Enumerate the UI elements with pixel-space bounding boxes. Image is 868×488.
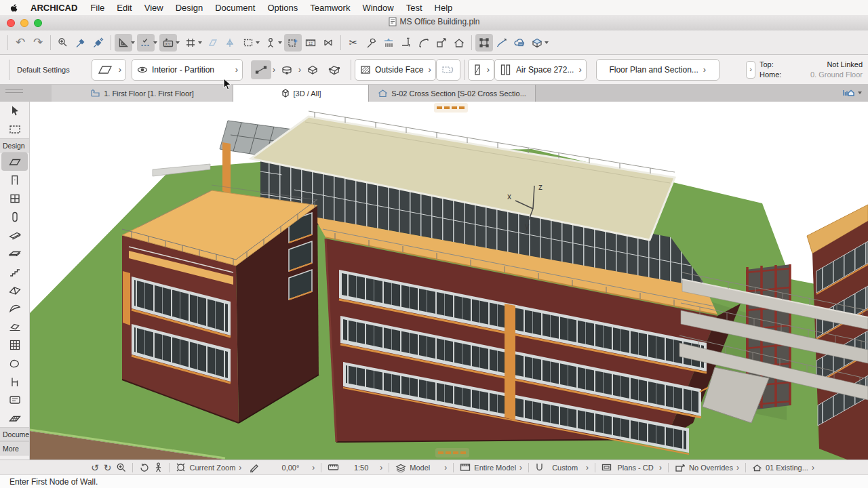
dropdown-caret[interactable] [198,41,202,44]
tool-column[interactable] [0,207,29,226]
reference-line-selector[interactable]: Outside Face › [355,59,436,81]
sketch-button[interactable] [493,34,511,52]
geometry-curved-button[interactable] [277,60,297,79]
scale-selector[interactable]: 1:50 › [328,463,382,472]
virtual-trace-button[interactable] [115,34,132,52]
menu-document[interactable]: Document [209,3,261,13]
tool-roof[interactable] [0,281,29,299]
dropdown-caret[interactable] [278,41,282,44]
tab-overview-button[interactable] [842,87,864,98]
marquee-options-button[interactable] [239,34,257,52]
renovation-filter-selector[interactable]: 01 Existing... › [752,463,814,472]
model-view-selector[interactable]: Model › [395,463,447,472]
stretch-button[interactable] [319,34,337,52]
expand-chevron[interactable]: › [746,61,755,79]
nav-forward-button[interactable]: ↻ [104,463,112,472]
apple-menu[interactable] [9,3,18,12]
snap-grid-button[interactable] [182,34,199,52]
menu-edit[interactable]: Edit [111,3,138,13]
mirror-button[interactable] [222,34,239,52]
view-marker-top[interactable] [434,103,468,113]
tool-arrow[interactable] [0,102,29,120]
measure-button[interactable]: 12 [302,34,319,52]
tab-first-floor[interactable]: 1. First Floor [1. First Floor] [52,85,233,102]
display-option-selector[interactable]: Floor Plan and Section... › [596,59,719,81]
toolbox-section-more[interactable]: More [0,441,29,455]
transform-button[interactable] [475,34,493,52]
3d-scene[interactable]: z x y [30,102,868,460]
tool-zone[interactable] [0,390,29,409]
editing-plane-button[interactable] [284,34,302,52]
menu-window[interactable]: Window [356,3,399,13]
tab-section-s02[interactable]: S-02 Cross Section [S-02 Cross Sectio... [369,85,536,102]
tool-stair[interactable] [0,262,29,281]
viewport-3d[interactable]: z x y [30,102,868,460]
geometry-straight-button[interactable] [251,60,271,79]
adjust-button[interactable] [362,34,380,52]
menu-help[interactable]: Help [429,3,459,13]
wall-default-settings-button[interactable]: › [92,59,126,81]
geometry-box-button[interactable] [302,60,323,79]
intersect-button[interactable] [397,34,415,52]
tool-mesh[interactable] [0,409,29,427]
menu-options[interactable]: Options [261,3,304,13]
filter-elements-selector[interactable]: Entire Model › [460,463,522,472]
composite-selector[interactable]: Air Space 272... › [494,59,587,81]
tool-morph[interactable] [0,354,29,372]
skew-button[interactable] [204,34,222,52]
redo-button[interactable]: ↷ [29,34,47,52]
tool-shell[interactable] [0,299,29,317]
flip-button[interactable] [436,59,460,81]
zoom-in-button[interactable] [116,462,126,472]
window-title[interactable]: MS Office Building.pln [400,17,480,26]
dropdown-caret[interactable] [256,41,260,44]
dropdown-caret[interactable] [545,41,549,44]
orbit-button[interactable] [139,462,149,472]
guide-lines-button[interactable] [137,34,155,52]
partial-structure-selector[interactable]: Custom › [535,462,589,472]
tool-slab[interactable] [0,244,29,262]
find-select-button[interactable] [54,34,72,52]
tool-object[interactable] [0,372,29,390]
tool-beam[interactable] [0,226,29,244]
elevation-button[interactable] [450,34,468,52]
tool-wall[interactable] [1,152,28,171]
dropdown-caret[interactable] [176,41,180,44]
menu-archicad[interactable]: ARCHICAD [24,3,84,13]
tool-marquee[interactable] [0,120,29,138]
bimcloud-button[interactable] [511,34,528,52]
orientation-selector[interactable]: 0,00° › [249,462,315,472]
wall-complexity-selector[interactable]: › [468,59,494,81]
tab-3d-all[interactable]: [3D / All] [233,85,369,102]
menu-file[interactable]: File [84,3,111,13]
dropdown-caret[interactable] [131,41,135,44]
explore-button[interactable] [154,462,163,472]
resize-button[interactable] [433,34,450,52]
home-story-value[interactable]: 0. Ground Floor [810,70,863,80]
toolbox-grip[interactable] [5,87,23,95]
menu-view[interactable]: View [138,3,170,13]
view-marker-bottom[interactable] [435,448,469,458]
undo-button[interactable]: ↶ [12,34,29,52]
pen-set-selector[interactable]: Plans - CD › [601,463,662,472]
nav-back-button[interactable]: ↺ [91,463,99,472]
menu-test[interactable]: Test [400,3,429,13]
dropdown-caret[interactable] [153,41,157,44]
toolbox-section-design[interactable]: Design [0,138,29,152]
align-button[interactable] [380,34,397,52]
tool-skylight[interactable] [0,317,29,336]
tool-curtain-wall[interactable] [0,336,29,354]
chevron-icon[interactable]: › [298,65,301,75]
gravity-button[interactable] [262,34,279,52]
split-button[interactable]: ✂ [344,34,362,52]
fillet-button[interactable] [415,34,433,52]
top-link-value[interactable]: Not Linked [827,60,863,70]
cutaway-3d-button[interactable] [528,34,546,52]
menu-design[interactable]: Design [170,3,209,13]
inject-parameters-button[interactable] [90,34,107,52]
coordinates-button[interactable]: XY: [159,34,177,52]
tool-window[interactable] [0,189,29,207]
menu-teamwork[interactable]: Teamwork [304,3,356,13]
toolbox-section-document[interactable]: Docume [0,427,29,441]
chevron-icon[interactable]: › [273,65,275,75]
